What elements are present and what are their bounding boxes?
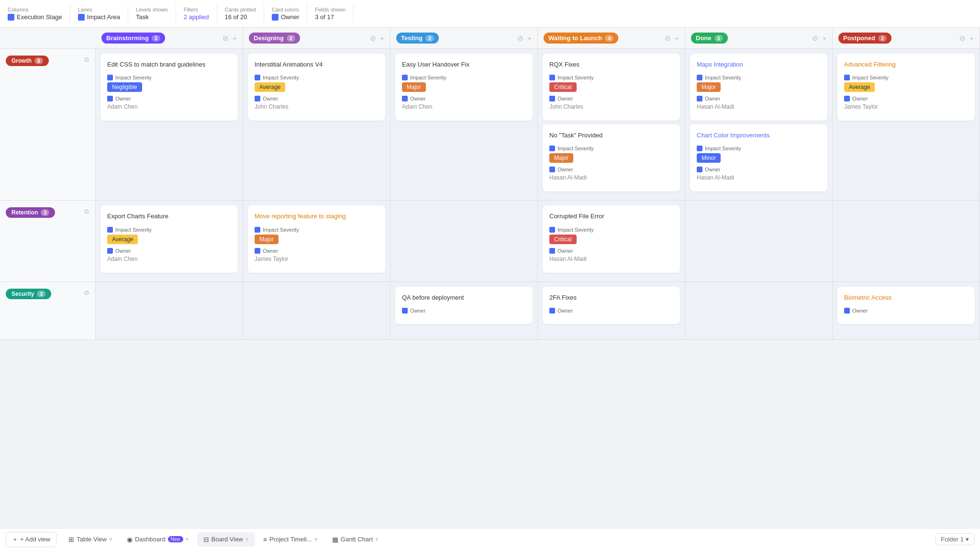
card-title: Edit CSS to match brand guidelines [107,60,231,69]
severity-field: Impact Severity Critical [549,75,673,92]
hide-col-icon-brainstorming[interactable]: ⊘ [223,34,229,43]
owner-field: Owner Adam Chen [107,96,231,110]
folder-selector[interactable]: Folder 1 ▾ [935,533,974,545]
hide-col-icon-postponed[interactable]: ⊘ [959,34,966,43]
lane-cells-retention: Export Charts Feature Impact Severity Av… [96,201,980,281]
lane-hide-icon-retention[interactable]: ⊘ [84,207,89,215]
severity-field: Impact Severity Average [255,75,379,92]
board-rows: Growth 8 ⊘ Edit CSS to match brand guide… [0,49,980,340]
col-header-designing: Designing 2 ⊘ + [243,28,390,48]
tab-board-view[interactable]: ⊟ Board View ▾ [197,532,255,547]
gantt-label: Gantt Chart [341,536,373,543]
hide-col-icon-designing[interactable]: ⊘ [370,34,376,43]
card[interactable]: Easy User Handover Fix Impact Severity M… [395,54,533,121]
owner-field-label: Owner [705,167,720,172]
hide-col-icon-testing[interactable]: ⊘ [517,34,523,43]
board-view-icon: ⊟ [203,536,209,543]
add-col-icon-done[interactable]: + [822,34,826,43]
add-col-icon-postponed[interactable]: + [969,34,974,43]
fields-shown-label: Fields shown [315,7,345,12]
toolbar-levels[interactable]: Levels shown Task [128,4,176,23]
add-view-label: + Add view [20,536,50,543]
card[interactable]: RQX Fixes Impact Severity Critical Owner [543,54,680,121]
plus-icon: ＋ [12,535,18,544]
col-badge-testing: Testing 2 [396,33,439,44]
card[interactable]: Chart Color Improvements Impact Severity… [690,124,827,191]
add-col-icon-testing[interactable]: + [527,34,532,43]
card[interactable]: Interstitial Animations V4 Impact Severi… [248,54,385,121]
card-title: Chart Color Improvements [697,131,821,140]
owner-field-label: Owner [263,248,278,254]
severity-field: Impact Severity Major [402,75,526,92]
col-actions-done[interactable]: ⊘ + [812,34,826,43]
cell-growth-testing: Easy User Handover Fix Impact Severity M… [390,49,538,200]
col-badge-designing: Designing 2 [249,33,300,44]
owner-field-label: Owner [557,308,573,314]
lane-cells-growth: Edit CSS to match brand guidelines Impac… [96,49,980,200]
gantt-sep: ▾ [375,536,379,543]
card-title: Interstitial Animations V4 [255,60,379,69]
card[interactable]: Move reporting feature to staging Impact… [248,205,385,272]
cell-retention-waiting: Corrupted File Error Impact Severity Cri… [538,201,685,281]
col-actions-testing[interactable]: ⊘ + [517,34,532,43]
owner-icon [844,308,850,314]
owner-icon [697,167,702,172]
col-badge-waiting: Waiting to Launch 4 [544,33,618,44]
table-view-sep: ▾ [109,536,112,543]
add-view-button[interactable]: ＋ + Add view [6,532,56,547]
cards-plotted-value: 16 of 20 [225,13,256,21]
col-actions-postponed[interactable]: ⊘ + [959,34,974,43]
card[interactable]: QA before deployment Owner [395,287,533,324]
lane-hide-icon-security[interactable]: ⊘ [84,289,89,296]
severity-tag: Average [107,235,138,244]
card[interactable]: No "Task" Provided Impact Severity Major… [543,124,680,191]
owner-icon [107,96,113,101]
card-title: RQX Fixes [549,60,673,69]
severity-field-label: Impact Severity [705,146,741,151]
card[interactable]: Export Charts Feature Impact Severity Av… [100,205,238,272]
owner-icon [255,248,260,254]
cell-security-waiting: 2FA Fixes Owner [538,282,685,339]
col-actions-brainstorming[interactable]: ⊘ + [223,34,237,43]
card[interactable]: Maps Integration Impact Severity Major O… [690,54,827,121]
lane-label-retention: Retention 3 ⊘ [0,201,96,281]
card[interactable]: Biometric Access Owner [837,287,975,324]
add-col-icon-waiting[interactable]: + [675,34,679,43]
severity-field-label: Impact Severity [263,227,299,233]
board-view-sep: ▾ [245,536,249,543]
add-col-icon-designing[interactable]: + [380,34,384,43]
lane-badge-security: Security 3 [6,289,51,299]
tab-gantt-chart[interactable]: ▦ Gantt Chart ▾ [326,532,385,547]
tab-project-timeline[interactable]: ≡ Project Timeli... ▾ [257,532,324,547]
card[interactable]: Corrupted File Error Impact Severity Cri… [543,205,680,272]
owner-name: John Charles [255,103,379,110]
col-actions-waiting[interactable]: ⊘ + [665,34,679,43]
cell-growth-done: Maps Integration Impact Severity Major O… [685,49,833,200]
tab-dashboard[interactable]: ◉ Dashboard New ▾ [121,532,195,547]
cell-retention-done [685,201,833,281]
toolbar-card-colors[interactable]: Card colors Owner [264,4,307,23]
tab-table-view[interactable]: ⊞ Table View ▾ [62,532,119,547]
owner-field-label: Owner [557,96,573,101]
lane-hide-icon-growth[interactable]: ⊘ [84,56,89,63]
add-col-icon-brainstorming[interactable]: + [233,34,237,43]
hide-col-icon-done[interactable]: ⊘ [812,34,818,43]
card[interactable]: Edit CSS to match brand guidelines Impac… [100,54,238,121]
toolbar-columns[interactable]: Columns Execution Stage [8,4,70,23]
cell-security-postponed: Biometric Access Owner [833,282,980,339]
cell-security-done [685,282,833,339]
hide-col-icon-waiting[interactable]: ⊘ [665,34,671,43]
owner-field: Owner Hasan Al-Madi [549,248,673,262]
toolbar-cards-plotted[interactable]: Cards plotted 16 of 20 [217,4,264,23]
severity-icon [549,75,555,80]
card[interactable]: 2FA Fixes Owner [543,287,680,324]
toolbar-lanes[interactable]: Lanes Impact Area [70,4,128,23]
toolbar-filters[interactable]: Filters 2 applied [176,4,217,23]
toolbar-fields-shown[interactable]: Fields shown 3 of 17 [307,4,354,23]
severity-tag: Major [255,235,278,244]
severity-field: Impact Severity Minor [697,146,821,163]
card-title: Advanced Filtering [844,60,968,69]
card[interactable]: Advanced Filtering Impact Severity Avera… [837,54,975,121]
timeline-label: Project Timeli... [269,536,312,543]
col-actions-designing[interactable]: ⊘ + [370,34,384,43]
